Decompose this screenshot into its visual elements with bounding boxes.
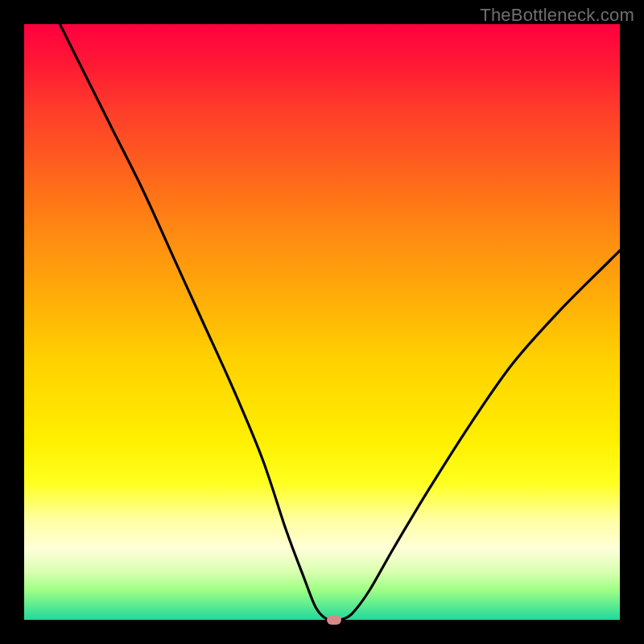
watermark-text: TheBottleneck.com [480,5,634,26]
plot-area [24,24,620,620]
chart-frame: TheBottleneck.com [0,0,644,644]
bottleneck-curve [24,24,620,620]
minimum-marker [327,615,341,625]
